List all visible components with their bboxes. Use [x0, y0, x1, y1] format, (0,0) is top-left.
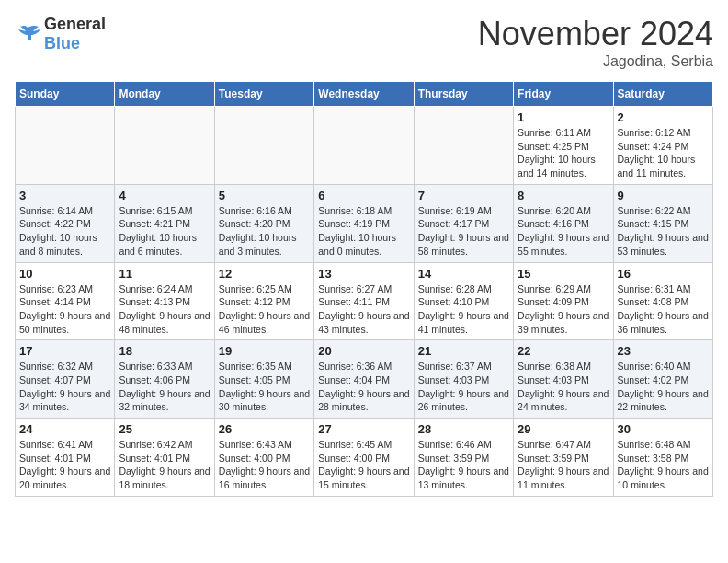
- day-number: 23: [618, 344, 709, 358]
- calendar-cell: 15Sunrise: 6:29 AMSunset: 4:09 PMDayligh…: [514, 262, 613, 340]
- day-info: Sunrise: 6:35 AMSunset: 4:05 PMDaylight:…: [219, 360, 310, 414]
- calendar-header-row: SundayMondayTuesdayWednesdayThursdayFrid…: [16, 82, 713, 107]
- calendar-week-4: 17Sunrise: 6:32 AMSunset: 4:07 PMDayligh…: [16, 340, 713, 419]
- calendar-cell: 3Sunrise: 6:14 AMSunset: 4:22 PMDaylight…: [16, 184, 115, 262]
- day-number: 8: [518, 189, 609, 202]
- day-number: 22: [518, 344, 609, 358]
- day-number: 26: [219, 422, 310, 436]
- day-info: Sunrise: 6:24 AMSunset: 4:13 PMDaylight:…: [119, 282, 210, 337]
- day-info: Sunrise: 6:43 AMSunset: 4:00 PMDaylight:…: [219, 438, 310, 492]
- calendar-cell: 30Sunrise: 6:48 AMSunset: 3:58 PMDayligh…: [613, 419, 712, 497]
- day-number: 11: [119, 267, 210, 281]
- day-info: Sunrise: 6:27 AMSunset: 4:11 PMDaylight:…: [318, 282, 409, 337]
- weekday-header-thursday: Thursday: [414, 82, 513, 107]
- calendar-cell: 19Sunrise: 6:35 AMSunset: 4:05 PMDayligh…: [214, 340, 313, 419]
- day-number: 28: [418, 422, 509, 436]
- calendar-table: SundayMondayTuesdayWednesdayThursdayFrid…: [15, 81, 713, 497]
- day-info: Sunrise: 6:20 AMSunset: 4:16 PMDaylight:…: [518, 204, 609, 259]
- calendar-cell: 12Sunrise: 6:25 AMSunset: 4:12 PMDayligh…: [214, 262, 313, 340]
- day-info: Sunrise: 6:15 AMSunset: 4:21 PMDaylight:…: [119, 204, 210, 259]
- weekday-header-saturday: Saturday: [613, 82, 712, 107]
- day-number: 20: [318, 344, 409, 358]
- day-number: 19: [219, 344, 310, 358]
- day-info: Sunrise: 6:32 AMSunset: 4:07 PMDaylight:…: [19, 360, 110, 414]
- calendar-cell: [16, 107, 115, 185]
- day-info: Sunrise: 6:42 AMSunset: 4:01 PMDaylight:…: [119, 438, 210, 492]
- calendar-cell: 14Sunrise: 6:28 AMSunset: 4:10 PMDayligh…: [414, 262, 513, 340]
- day-number: 5: [219, 189, 310, 202]
- logo-bird-icon: [15, 24, 40, 44]
- day-info: Sunrise: 6:46 AMSunset: 3:59 PMDaylight:…: [418, 438, 509, 492]
- day-number: 15: [518, 267, 609, 281]
- day-info: Sunrise: 6:28 AMSunset: 4:10 PMDaylight:…: [418, 282, 509, 337]
- day-number: 3: [19, 189, 110, 202]
- calendar-cell: 20Sunrise: 6:36 AMSunset: 4:04 PMDayligh…: [314, 340, 414, 419]
- calendar-week-3: 10Sunrise: 6:23 AMSunset: 4:14 PMDayligh…: [16, 262, 713, 340]
- calendar-week-5: 24Sunrise: 6:41 AMSunset: 4:01 PMDayligh…: [16, 419, 713, 497]
- day-number: 30: [618, 422, 709, 436]
- logo: General Blue: [15, 15, 106, 53]
- calendar-cell: [214, 107, 313, 185]
- day-info: Sunrise: 6:22 AMSunset: 4:15 PMDaylight:…: [618, 204, 709, 259]
- day-number: 6: [318, 189, 409, 202]
- day-number: 25: [119, 422, 210, 436]
- calendar-cell: 10Sunrise: 6:23 AMSunset: 4:14 PMDayligh…: [16, 262, 115, 340]
- calendar-cell: 23Sunrise: 6:40 AMSunset: 4:02 PMDayligh…: [613, 340, 712, 419]
- day-number: 18: [119, 344, 210, 358]
- day-info: Sunrise: 6:38 AMSunset: 4:03 PMDaylight:…: [518, 360, 609, 414]
- calendar-cell: [414, 107, 513, 185]
- day-number: 10: [19, 267, 110, 281]
- day-info: Sunrise: 6:16 AMSunset: 4:20 PMDaylight:…: [219, 204, 310, 259]
- calendar-cell: 4Sunrise: 6:15 AMSunset: 4:21 PMDaylight…: [115, 184, 214, 262]
- weekday-header-tuesday: Tuesday: [214, 82, 313, 107]
- calendar-cell: 8Sunrise: 6:20 AMSunset: 4:16 PMDaylight…: [514, 184, 613, 262]
- logo-general: General: [44, 15, 106, 33]
- weekday-header-sunday: Sunday: [16, 82, 115, 107]
- day-number: 2: [618, 110, 709, 124]
- location: Jagodina, Serbia: [478, 53, 713, 70]
- day-number: 24: [19, 422, 110, 436]
- day-number: 9: [618, 189, 709, 202]
- calendar-cell: 28Sunrise: 6:46 AMSunset: 3:59 PMDayligh…: [414, 419, 513, 497]
- calendar-week-2: 3Sunrise: 6:14 AMSunset: 4:22 PMDaylight…: [16, 184, 713, 262]
- calendar-cell: 6Sunrise: 6:18 AMSunset: 4:19 PMDaylight…: [314, 184, 414, 262]
- day-info: Sunrise: 6:37 AMSunset: 4:03 PMDaylight:…: [418, 360, 509, 414]
- calendar-cell: 27Sunrise: 6:45 AMSunset: 4:00 PMDayligh…: [314, 419, 414, 497]
- day-info: Sunrise: 6:48 AMSunset: 3:58 PMDaylight:…: [618, 438, 709, 492]
- day-info: Sunrise: 6:41 AMSunset: 4:01 PMDaylight:…: [19, 438, 110, 492]
- day-number: 17: [19, 344, 110, 358]
- logo-text: General Blue: [44, 15, 106, 53]
- day-number: 21: [418, 344, 509, 358]
- day-info: Sunrise: 6:47 AMSunset: 3:59 PMDaylight:…: [518, 438, 609, 492]
- title-area: November 2024 Jagodina, Serbia: [478, 15, 713, 70]
- day-number: 1: [518, 110, 609, 124]
- day-number: 14: [418, 267, 509, 281]
- day-info: Sunrise: 6:33 AMSunset: 4:06 PMDaylight:…: [119, 360, 210, 414]
- day-info: Sunrise: 6:19 AMSunset: 4:17 PMDaylight:…: [418, 204, 509, 259]
- day-info: Sunrise: 6:29 AMSunset: 4:09 PMDaylight:…: [518, 282, 609, 337]
- day-info: Sunrise: 6:40 AMSunset: 4:02 PMDaylight:…: [618, 360, 709, 414]
- day-info: Sunrise: 6:36 AMSunset: 4:04 PMDaylight:…: [318, 360, 409, 414]
- calendar-cell: 11Sunrise: 6:24 AMSunset: 4:13 PMDayligh…: [115, 262, 214, 340]
- day-info: Sunrise: 6:11 AMSunset: 4:25 PMDaylight:…: [518, 126, 609, 180]
- day-info: Sunrise: 6:23 AMSunset: 4:14 PMDaylight:…: [19, 282, 110, 337]
- calendar-cell: 9Sunrise: 6:22 AMSunset: 4:15 PMDaylight…: [613, 184, 712, 262]
- calendar-cell: 17Sunrise: 6:32 AMSunset: 4:07 PMDayligh…: [16, 340, 115, 419]
- calendar-cell: 2Sunrise: 6:12 AMSunset: 4:24 PMDaylight…: [613, 107, 712, 185]
- calendar-cell: [314, 107, 414, 185]
- day-info: Sunrise: 6:14 AMSunset: 4:22 PMDaylight:…: [19, 204, 110, 259]
- calendar-cell: 25Sunrise: 6:42 AMSunset: 4:01 PMDayligh…: [115, 419, 214, 497]
- day-info: Sunrise: 6:45 AMSunset: 4:00 PMDaylight:…: [318, 438, 409, 492]
- calendar-cell: 16Sunrise: 6:31 AMSunset: 4:08 PMDayligh…: [613, 262, 712, 340]
- page-header: General Blue November 2024 Jagodina, Ser…: [15, 15, 713, 70]
- month-title: November 2024: [478, 15, 713, 53]
- day-info: Sunrise: 6:18 AMSunset: 4:19 PMDaylight:…: [318, 204, 409, 259]
- day-info: Sunrise: 6:31 AMSunset: 4:08 PMDaylight:…: [618, 282, 709, 337]
- weekday-header-friday: Friday: [514, 82, 613, 107]
- weekday-header-monday: Monday: [115, 82, 214, 107]
- calendar-cell: 26Sunrise: 6:43 AMSunset: 4:00 PMDayligh…: [214, 419, 313, 497]
- calendar-cell: 5Sunrise: 6:16 AMSunset: 4:20 PMDaylight…: [214, 184, 313, 262]
- calendar-cell: 24Sunrise: 6:41 AMSunset: 4:01 PMDayligh…: [16, 419, 115, 497]
- day-info: Sunrise: 6:25 AMSunset: 4:12 PMDaylight:…: [219, 282, 310, 337]
- calendar-cell: 1Sunrise: 6:11 AMSunset: 4:25 PMDaylight…: [514, 107, 613, 185]
